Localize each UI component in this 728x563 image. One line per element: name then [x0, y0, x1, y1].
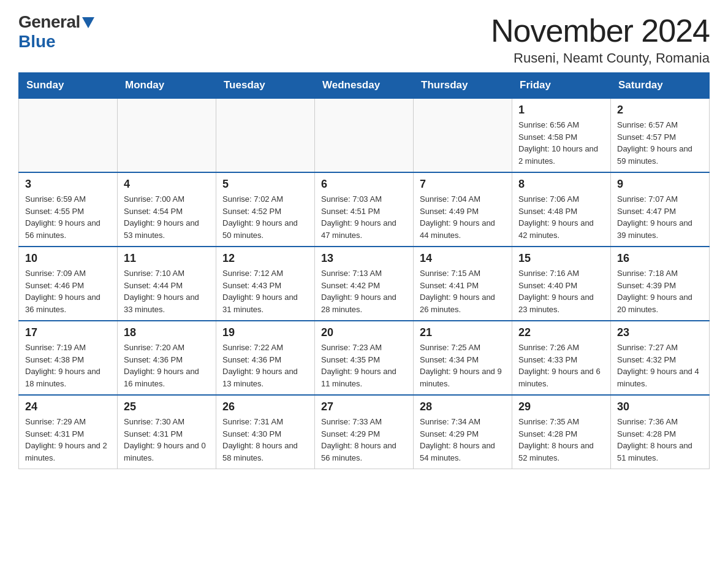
location: Ruseni, Neamt County, Romania	[491, 50, 710, 66]
calendar-week-row: 24Sunrise: 7:29 AM Sunset: 4:31 PM Dayli…	[19, 395, 710, 469]
day-info: Sunrise: 7:36 AM Sunset: 4:28 PM Dayligh…	[617, 416, 703, 464]
calendar-cell: 29Sunrise: 7:35 AM Sunset: 4:28 PM Dayli…	[512, 395, 611, 469]
day-info: Sunrise: 6:57 AM Sunset: 4:57 PM Dayligh…	[617, 119, 703, 167]
calendar-header-saturday: Saturday	[611, 73, 710, 99]
day-info: Sunrise: 7:22 AM Sunset: 4:36 PM Dayligh…	[222, 342, 308, 389]
calendar-header-monday: Monday	[118, 73, 216, 99]
day-info: Sunrise: 7:07 AM Sunset: 4:47 PM Dayligh…	[617, 193, 703, 241]
day-number: 24	[25, 400, 111, 413]
day-info: Sunrise: 6:56 AM Sunset: 4:58 PM Dayligh…	[518, 119, 604, 167]
month-title: November 2024	[491, 12, 710, 49]
day-number: 30	[617, 400, 703, 413]
day-info: Sunrise: 7:35 AM Sunset: 4:28 PM Dayligh…	[518, 416, 604, 464]
day-info: Sunrise: 7:23 AM Sunset: 4:35 PM Dayligh…	[321, 342, 407, 389]
day-number: 1	[518, 104, 604, 117]
day-info: Sunrise: 7:18 AM Sunset: 4:39 PM Dayligh…	[617, 267, 703, 315]
day-number: 17	[25, 326, 111, 339]
calendar-cell: 7Sunrise: 7:04 AM Sunset: 4:49 PM Daylig…	[414, 172, 512, 247]
day-info: Sunrise: 7:09 AM Sunset: 4:46 PM Dayligh…	[25, 267, 111, 315]
day-number: 14	[420, 252, 506, 265]
calendar-cell	[216, 98, 315, 172]
logo-arrow-icon	[82, 17, 94, 28]
day-number: 27	[321, 400, 407, 413]
calendar-cell: 9Sunrise: 7:07 AM Sunset: 4:47 PM Daylig…	[611, 172, 710, 247]
calendar-header-thursday: Thursday	[414, 73, 512, 99]
calendar-week-row: 10Sunrise: 7:09 AM Sunset: 4:46 PM Dayli…	[19, 247, 710, 321]
page-header: General Blue November 2024 Ruseni, Neamt…	[18, 12, 710, 66]
day-info: Sunrise: 7:16 AM Sunset: 4:40 PM Dayligh…	[518, 267, 604, 315]
day-number: 7	[420, 178, 506, 191]
calendar-cell: 21Sunrise: 7:25 AM Sunset: 4:34 PM Dayli…	[414, 321, 512, 395]
title-section: November 2024 Ruseni, Neamt County, Roma…	[491, 12, 710, 66]
day-info: Sunrise: 7:20 AM Sunset: 4:36 PM Dayligh…	[124, 342, 210, 389]
day-number: 21	[420, 326, 506, 339]
day-number: 25	[124, 400, 210, 413]
calendar-cell: 28Sunrise: 7:34 AM Sunset: 4:29 PM Dayli…	[414, 395, 512, 469]
calendar-cell: 11Sunrise: 7:10 AM Sunset: 4:44 PM Dayli…	[118, 247, 216, 321]
calendar-cell: 4Sunrise: 7:00 AM Sunset: 4:54 PM Daylig…	[118, 172, 216, 247]
day-number: 11	[124, 252, 210, 265]
calendar-week-row: 3Sunrise: 6:59 AM Sunset: 4:55 PM Daylig…	[19, 172, 710, 247]
calendar-cell	[414, 98, 512, 172]
day-number: 22	[518, 326, 604, 339]
day-info: Sunrise: 7:10 AM Sunset: 4:44 PM Dayligh…	[124, 267, 210, 315]
day-info: Sunrise: 7:15 AM Sunset: 4:41 PM Dayligh…	[420, 267, 506, 315]
day-number: 15	[518, 252, 604, 265]
calendar-cell: 20Sunrise: 7:23 AM Sunset: 4:35 PM Dayli…	[315, 321, 414, 395]
day-number: 6	[321, 178, 407, 191]
calendar-cell: 27Sunrise: 7:33 AM Sunset: 4:29 PM Dayli…	[315, 395, 414, 469]
day-info: Sunrise: 7:26 AM Sunset: 4:33 PM Dayligh…	[518, 342, 604, 389]
calendar-cell: 13Sunrise: 7:13 AM Sunset: 4:42 PM Dayli…	[315, 247, 414, 321]
day-info: Sunrise: 7:31 AM Sunset: 4:30 PM Dayligh…	[222, 416, 308, 464]
calendar-table: SundayMondayTuesdayWednesdayThursdayFrid…	[18, 72, 710, 469]
calendar-header-row: SundayMondayTuesdayWednesdayThursdayFrid…	[19, 73, 710, 99]
day-info: Sunrise: 7:06 AM Sunset: 4:48 PM Dayligh…	[518, 193, 604, 241]
calendar-cell: 30Sunrise: 7:36 AM Sunset: 4:28 PM Dayli…	[611, 395, 710, 469]
day-number: 19	[222, 326, 308, 339]
day-info: Sunrise: 7:29 AM Sunset: 4:31 PM Dayligh…	[25, 416, 111, 464]
day-number: 13	[321, 252, 407, 265]
calendar-cell: 8Sunrise: 7:06 AM Sunset: 4:48 PM Daylig…	[512, 172, 611, 247]
day-number: 20	[321, 326, 407, 339]
day-info: Sunrise: 6:59 AM Sunset: 4:55 PM Dayligh…	[25, 193, 111, 241]
calendar-week-row: 17Sunrise: 7:19 AM Sunset: 4:38 PM Dayli…	[19, 321, 710, 395]
calendar-cell: 16Sunrise: 7:18 AM Sunset: 4:39 PM Dayli…	[611, 247, 710, 321]
calendar-header-sunday: Sunday	[19, 73, 118, 99]
calendar-header-wednesday: Wednesday	[315, 73, 414, 99]
calendar-header-tuesday: Tuesday	[216, 73, 315, 99]
day-info: Sunrise: 7:27 AM Sunset: 4:32 PM Dayligh…	[617, 342, 703, 389]
day-number: 29	[518, 400, 604, 413]
calendar-cell: 26Sunrise: 7:31 AM Sunset: 4:30 PM Dayli…	[216, 395, 315, 469]
day-info: Sunrise: 7:33 AM Sunset: 4:29 PM Dayligh…	[321, 416, 407, 464]
calendar-cell: 12Sunrise: 7:12 AM Sunset: 4:43 PM Dayli…	[216, 247, 315, 321]
calendar-cell: 24Sunrise: 7:29 AM Sunset: 4:31 PM Dayli…	[19, 395, 118, 469]
day-number: 5	[222, 178, 308, 191]
calendar-cell: 10Sunrise: 7:09 AM Sunset: 4:46 PM Dayli…	[19, 247, 118, 321]
calendar-cell: 6Sunrise: 7:03 AM Sunset: 4:51 PM Daylig…	[315, 172, 414, 247]
day-number: 23	[617, 326, 703, 339]
day-info: Sunrise: 7:00 AM Sunset: 4:54 PM Dayligh…	[124, 193, 210, 241]
calendar-header-friday: Friday	[512, 73, 611, 99]
day-number: 2	[617, 104, 703, 117]
day-number: 18	[124, 326, 210, 339]
day-number: 26	[222, 400, 308, 413]
calendar-cell	[19, 98, 118, 172]
day-info: Sunrise: 7:25 AM Sunset: 4:34 PM Dayligh…	[420, 342, 506, 389]
calendar-cell: 2Sunrise: 6:57 AM Sunset: 4:57 PM Daylig…	[611, 98, 710, 172]
calendar-cell: 1Sunrise: 6:56 AM Sunset: 4:58 PM Daylig…	[512, 98, 611, 172]
calendar-cell	[118, 98, 216, 172]
day-number: 3	[25, 178, 111, 191]
day-info: Sunrise: 7:13 AM Sunset: 4:42 PM Dayligh…	[321, 267, 407, 315]
calendar-cell: 18Sunrise: 7:20 AM Sunset: 4:36 PM Dayli…	[118, 321, 216, 395]
day-number: 4	[124, 178, 210, 191]
calendar-cell: 17Sunrise: 7:19 AM Sunset: 4:38 PM Dayli…	[19, 321, 118, 395]
logo-general-text: General	[18, 12, 80, 32]
day-number: 16	[617, 252, 703, 265]
logo-blue-text: Blue	[18, 32, 56, 52]
calendar-cell: 22Sunrise: 7:26 AM Sunset: 4:33 PM Dayli…	[512, 321, 611, 395]
calendar-cell	[315, 98, 414, 172]
day-info: Sunrise: 7:34 AM Sunset: 4:29 PM Dayligh…	[420, 416, 506, 464]
calendar-cell: 15Sunrise: 7:16 AM Sunset: 4:40 PM Dayli…	[512, 247, 611, 321]
calendar-cell: 3Sunrise: 6:59 AM Sunset: 4:55 PM Daylig…	[19, 172, 118, 247]
day-info: Sunrise: 7:03 AM Sunset: 4:51 PM Dayligh…	[321, 193, 407, 241]
